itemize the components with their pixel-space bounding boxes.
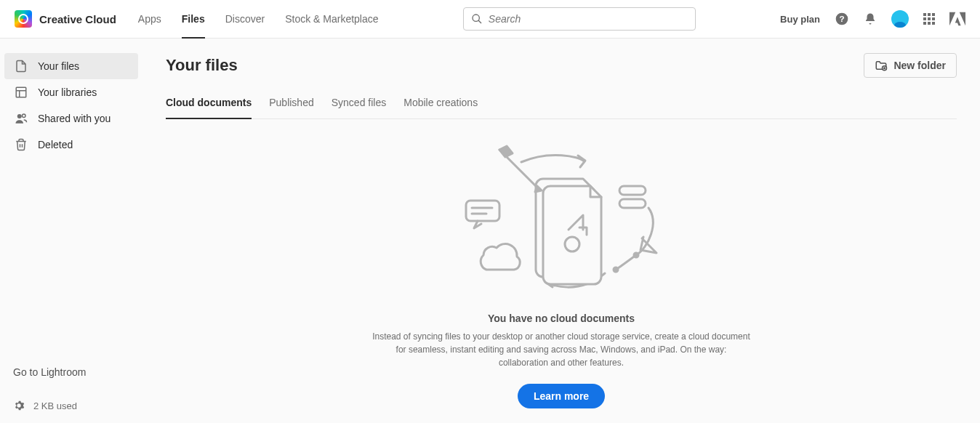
sidebar-item-deleted[interactable]: Deleted (4, 132, 138, 158)
sidebar-bottom: Go to Lightroom 2 KB used (0, 359, 142, 423)
nav-discover[interactable]: Discover (225, 0, 265, 39)
tabs: Cloud documents Published Synced files M… (166, 97, 957, 119)
layout: Your files Your libraries Shared with yo… (0, 39, 980, 423)
sidebar-item-label: Your libraries (38, 86, 97, 98)
sidebar: Your files Your libraries Shared with yo… (0, 39, 142, 423)
sidebar-item-your-libraries[interactable]: Your libraries (4, 79, 138, 105)
sidebar-item-label: Deleted (38, 139, 73, 150)
tab-mobile-creations[interactable]: Mobile creations (403, 97, 478, 118)
nav-apps[interactable]: Apps (138, 0, 161, 39)
new-folder-button[interactable]: New folder (864, 53, 957, 78)
creative-cloud-logo-icon[interactable] (15, 10, 32, 28)
svg-rect-20 (619, 199, 646, 208)
sidebar-item-label: Your files (38, 60, 79, 72)
svg-rect-7 (16, 87, 26, 97)
svg-line-1 (478, 20, 481, 23)
svg-marker-4 (949, 12, 955, 25)
top-header: Creative Cloud Apps Files Discover Stock… (0, 0, 980, 39)
lightroom-link[interactable]: Go to Lightroom (13, 359, 129, 400)
notifications-icon[interactable] (864, 12, 877, 25)
sidebar-nav: Your files Your libraries Shared with yo… (0, 53, 142, 359)
empty-illustration-icon (456, 142, 667, 295)
libraries-icon (15, 86, 28, 99)
gear-icon[interactable] (13, 400, 25, 411)
search-icon (471, 13, 483, 25)
search-input[interactable] (489, 13, 688, 25)
adobe-logo-icon[interactable] (949, 12, 965, 26)
sidebar-item-label: Shared with you (38, 113, 111, 124)
nav-stock-marketplace[interactable]: Stock & Marketplace (285, 0, 378, 39)
help-icon[interactable]: ? (835, 12, 849, 26)
main-header: Your files New folder (166, 53, 957, 78)
top-nav: Apps Files Discover Stock & Marketplace (138, 0, 379, 39)
file-icon (15, 60, 28, 73)
new-folder-label: New folder (893, 60, 946, 71)
search-box[interactable] (463, 7, 696, 31)
sidebar-item-shared[interactable]: Shared with you (4, 105, 138, 132)
svg-marker-6 (955, 17, 961, 25)
learn-more-button[interactable]: Learn more (518, 384, 605, 408)
svg-marker-5 (960, 12, 965, 25)
svg-point-11 (23, 114, 26, 118)
tab-synced-files[interactable]: Synced files (332, 97, 386, 118)
svg-text:?: ? (839, 14, 844, 23)
empty-state: You have no cloud documents Instead of s… (166, 119, 957, 408)
storage-info: 2 KB used (13, 400, 129, 411)
main-content: Your files New folder Cloud documents Pu… (142, 39, 980, 423)
header-right: Buy plan ? (780, 10, 965, 28)
svg-rect-19 (619, 186, 646, 195)
shared-icon (15, 112, 28, 125)
tab-published[interactable]: Published (269, 97, 314, 118)
svg-point-10 (17, 114, 22, 118)
empty-desc: Instead of syncing files to your desktop… (372, 330, 750, 369)
avatar[interactable] (891, 10, 909, 28)
empty-title: You have no cloud documents (488, 313, 635, 324)
svg-point-0 (473, 15, 479, 21)
new-folder-icon (875, 59, 888, 72)
sidebar-item-your-files[interactable]: Your files (4, 53, 138, 79)
tab-cloud-documents[interactable]: Cloud documents (166, 97, 252, 118)
trash-icon (15, 138, 28, 151)
svg-rect-16 (466, 201, 499, 221)
brand-wrap: Creative Cloud (15, 10, 138, 28)
search-wrap (379, 7, 781, 31)
storage-used-label: 2 KB used (33, 400, 77, 411)
app-switcher-icon[interactable] (923, 13, 935, 25)
nav-files[interactable]: Files (182, 0, 205, 39)
buy-plan-link[interactable]: Buy plan (780, 14, 820, 25)
brand-title: Creative Cloud (39, 13, 116, 25)
page-title: Your files (166, 56, 238, 75)
